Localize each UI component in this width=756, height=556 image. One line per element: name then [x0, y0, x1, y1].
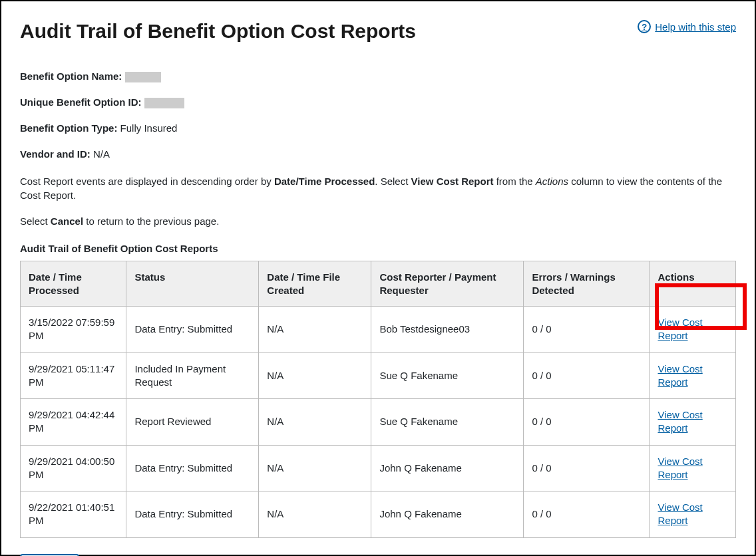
col-actions: Actions: [650, 261, 736, 307]
help-link[interactable]: ? Help with this step: [638, 20, 736, 33]
cell-reporter: Sue Q Fakename: [371, 399, 524, 446]
col-reporter: Cost Reporter / Payment Requester: [371, 261, 524, 307]
cell-datetime: 9/29/2021 04:00:50 PM: [21, 445, 126, 491]
cell-datetime: 9/29/2021 04:42:44 PM: [21, 399, 126, 446]
meta-unique-id: Unique Benefit Option ID:: [20, 95, 736, 109]
audit-table: Date / Time Processed Status Date / Time…: [20, 261, 736, 538]
col-created: Date / Time File Created: [259, 261, 371, 307]
view-cost-report-link[interactable]: View Cost Report: [658, 317, 702, 341]
cell-status: Report Reviewed: [126, 399, 259, 446]
table-body: 3/15/2022 07:59:59 PM Data Entry: Submit…: [21, 307, 736, 538]
meta-label: Unique Benefit Option ID:: [20, 96, 141, 108]
view-cost-report-link[interactable]: View Cost Report: [658, 456, 702, 480]
page-container: Audit Trail of Benefit Option Cost Repor…: [0, 0, 756, 556]
cell-datetime: 3/15/2022 07:59:59 PM: [21, 307, 126, 353]
cell-datetime: 9/22/2021 01:40:51 PM: [21, 491, 126, 538]
help-icon: ?: [638, 20, 651, 33]
redacted-value: [144, 98, 184, 108]
cell-created: N/A: [259, 352, 371, 399]
redacted-value: [125, 72, 161, 82]
description-line-1: Cost Report events are displayed in desc…: [20, 174, 736, 202]
cell-status: Data Entry: Submitted: [126, 307, 259, 353]
col-errors: Errors / Warnings Detected: [524, 261, 650, 307]
table-row: 9/29/2021 04:00:50 PM Data Entry: Submit…: [21, 445, 736, 491]
cell-created: N/A: [259, 307, 371, 353]
cell-errors: 0 / 0: [524, 491, 650, 538]
col-status: Status: [126, 261, 259, 307]
help-link-label: Help with this step: [655, 21, 736, 33]
header-row: Audit Trail of Benefit Option Cost Repor…: [20, 20, 736, 43]
table-row: 9/22/2021 01:40:51 PM Data Entry: Submit…: [21, 491, 736, 538]
cell-errors: 0 / 0: [524, 307, 650, 353]
view-cost-report-link[interactable]: View Cost Report: [658, 409, 702, 434]
meta-vendor: Vendor and ID: N/A: [20, 147, 736, 161]
meta-value: N/A: [93, 148, 110, 160]
view-cost-report-link[interactable]: View Cost Report: [658, 501, 702, 526]
description-line-2: Select Cancel to return to the previous …: [20, 214, 736, 228]
cell-reporter: John Q Fakename: [371, 445, 524, 491]
table-header-row: Date / Time Processed Status Date / Time…: [21, 261, 736, 307]
view-cost-report-link[interactable]: View Cost Report: [658, 363, 702, 388]
cell-status: Data Entry: Submitted: [126, 445, 259, 491]
cell-created: N/A: [259, 491, 371, 538]
cell-datetime: 9/29/2021 05:11:47 PM: [21, 352, 126, 399]
table-caption: Audit Trail of Benefit Option Cost Repor…: [20, 243, 736, 254]
cell-errors: 0 / 0: [524, 445, 650, 491]
table-row: 3/15/2022 07:59:59 PM Data Entry: Submit…: [21, 307, 736, 353]
meta-label: Vendor and ID:: [20, 148, 91, 160]
cell-reporter: John Q Fakename: [371, 491, 524, 538]
meta-block: Benefit Option Name: Unique Benefit Opti…: [20, 69, 736, 161]
cell-reporter: Sue Q Fakename: [371, 352, 524, 399]
cell-errors: 0 / 0: [524, 352, 650, 399]
cell-status: Included In Payment Request: [126, 352, 259, 399]
meta-value: Fully Insured: [120, 122, 178, 134]
cancel-button[interactable]: Cancel: [20, 554, 79, 557]
meta-label: Benefit Option Type:: [20, 122, 117, 134]
table-row: 9/29/2021 04:42:44 PM Report Reviewed N/…: [21, 399, 736, 446]
cell-created: N/A: [259, 445, 371, 491]
meta-type: Benefit Option Type: Fully Insured: [20, 121, 736, 135]
meta-label: Benefit Option Name:: [20, 70, 122, 82]
table-row: 9/29/2021 05:11:47 PM Included In Paymen…: [21, 352, 736, 399]
meta-benefit-name: Benefit Option Name:: [20, 69, 736, 83]
cell-reporter: Bob Testdesignee03: [371, 307, 524, 353]
page-title: Audit Trail of Benefit Option Cost Repor…: [20, 20, 416, 43]
cell-errors: 0 / 0: [524, 399, 650, 446]
cell-created: N/A: [259, 399, 371, 446]
cell-status: Data Entry: Submitted: [126, 491, 259, 538]
col-datetime: Date / Time Processed: [21, 261, 126, 307]
